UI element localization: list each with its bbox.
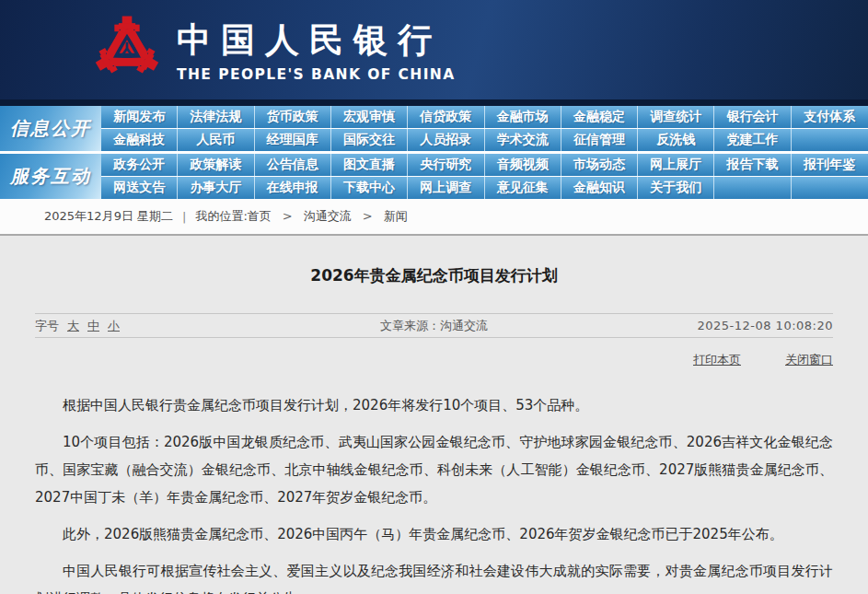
nav-item[interactable]: 在线申报 (255, 177, 331, 199)
nav-row: 政务公开政策解读公告信息图文直播央行研究音频视频市场动态网上展厅报告下载报刊年鉴 (101, 154, 868, 176)
breadcrumb: 2025年12月9日 星期二 | 我的位置:首页 >沟通交流>新闻 (0, 199, 868, 236)
nav-item[interactable]: 金融知识 (561, 177, 638, 199)
article-paragraph: 根据中国人民银行贵金属纪念币项目发行计划，2026年将发行10个项目、53个品种… (35, 391, 833, 419)
nav-item[interactable]: 反洗钱 (638, 129, 714, 151)
bank-name-cn: 中国人民银行 (177, 17, 456, 64)
pboc-logo-icon (92, 14, 162, 86)
breadcrumb-separator: > (283, 209, 293, 223)
nav-row: 新闻发布法律法规货币政策宏观审慎信贷政策金融市场金融稳定调查统计银行会计支付体系 (101, 106, 868, 128)
close-window-link[interactable]: 关闭窗口 (785, 352, 833, 368)
nav-item[interactable]: 关于我们 (638, 177, 714, 199)
nav-item[interactable]: 办事大厅 (178, 177, 254, 199)
nav-item[interactable]: 金融科技 (101, 129, 178, 151)
bank-name-en: THE PEOPLE'S BANK OF CHINA (177, 66, 456, 83)
nav-item[interactable]: 党建工作 (714, 129, 791, 151)
nav-item[interactable]: 意见征集 (485, 177, 561, 199)
nav-top-strip (0, 99, 868, 106)
font-size-option[interactable]: 大 (67, 319, 79, 332)
font-size-option[interactable]: 中 (87, 319, 99, 332)
nav-item[interactable]: 信贷政策 (408, 106, 484, 128)
nav-item[interactable]: 学术交流 (485, 129, 561, 151)
nav-item[interactable]: 音频视频 (485, 154, 561, 176)
nav-item[interactable]: 报刊年鉴 (792, 154, 868, 176)
article-paragraph: 10个项目包括：2026版中国龙银质纪念币、武夷山国家公园金银纪念币、守护地球家… (35, 428, 833, 511)
font-size-option[interactable]: 小 (108, 319, 120, 332)
article-paragraph: 中国人民银行可根据宣传社会主义、爱国主义以及纪念我国经济和社会建设伟大成就的实际… (35, 557, 833, 594)
nav-row: 金融科技人民币经理国库国际交往人员招录学术交流征信管理反洗钱党建工作 (101, 129, 868, 151)
breadcrumb-link[interactable]: 新闻 (384, 209, 408, 223)
article-paragraph: 此外，2026版熊猫贵金属纪念币、2026中国丙午（马）年贵金属纪念币、2026… (35, 520, 833, 548)
article-timestamp: 2025-12-08 10:08:20 (575, 319, 833, 332)
nav-item[interactable]: 政策解读 (178, 154, 254, 176)
page-title: 2026年贵金属纪念币项目发行计划 (35, 236, 833, 286)
nav-item[interactable]: 网上调查 (408, 177, 484, 199)
nav-item[interactable]: 公告信息 (255, 154, 331, 176)
nav-section-info-disclosure[interactable]: 信息公开 (0, 106, 101, 151)
nav-item[interactable]: 金融市场 (485, 106, 561, 128)
nav-cell-empty (714, 177, 791, 199)
nav-item[interactable]: 市场动态 (561, 154, 638, 176)
nav-item[interactable]: 人民币 (178, 129, 254, 151)
nav-cell-empty (792, 177, 868, 199)
nav-item[interactable]: 新闻发布 (101, 106, 178, 128)
nav-item[interactable]: 下载中心 (331, 177, 408, 199)
article-actions: 打印本页 关闭窗口 (35, 352, 833, 368)
print-page-link[interactable]: 打印本页 (693, 352, 741, 368)
nav-item[interactable]: 法律法规 (178, 106, 254, 128)
nav-item[interactable]: 央行研究 (408, 154, 484, 176)
nav-item[interactable]: 国际交往 (331, 129, 408, 151)
nav-item[interactable]: 图文直播 (331, 154, 408, 176)
nav-section-labels: 信息公开 服务互动 (0, 106, 101, 199)
site-header: 中国人民银行 THE PEOPLE'S BANK OF CHINA (0, 0, 868, 99)
nav-item[interactable]: 经理国库 (255, 129, 331, 151)
nav-item[interactable]: 金融稳定 (561, 106, 638, 128)
nav-menu-grid: 新闻发布法律法规货币政策宏观审慎信贷政策金融市场金融稳定调查统计银行会计支付体系… (101, 106, 868, 199)
nav-item[interactable]: 网上展厅 (638, 154, 714, 176)
breadcrumb-path: >沟通交流>新闻 (272, 208, 408, 225)
main-nav: 信息公开 服务互动 新闻发布法律法规货币政策宏观审慎信贷政策金融市场金融稳定调查… (0, 106, 868, 199)
breadcrumb-home-link[interactable]: 首页 (248, 208, 272, 225)
nav-item[interactable]: 政务公开 (101, 154, 178, 176)
nav-item[interactable]: 支付体系 (792, 106, 868, 128)
nav-row: 网送文告办事大厅在线申报下载中心网上调查意见征集金融知识关于我们 (101, 177, 868, 199)
nav-item[interactable]: 银行会计 (714, 106, 791, 128)
bank-name-block: 中国人民银行 THE PEOPLE'S BANK OF CHINA (177, 17, 456, 83)
nav-item[interactable]: 宏观审慎 (331, 106, 408, 128)
nav-item[interactable]: 网送文告 (101, 177, 178, 199)
article-content-area: 2026年贵金属纪念币项目发行计划 字号 大中小 文章来源：沟通交流 2025-… (0, 236, 868, 594)
nav-section-service-interaction[interactable]: 服务互动 (0, 154, 101, 199)
font-size-label: 字号 (35, 318, 59, 334)
font-size-links: 大中小 (67, 318, 128, 334)
nav-item[interactable]: 人员招录 (408, 129, 484, 151)
nav-item[interactable]: 货币政策 (255, 106, 331, 128)
nav-cell-empty (792, 129, 868, 151)
article-source: 文章来源：沟通交流 (293, 318, 575, 334)
breadcrumb-link[interactable]: 沟通交流 (304, 209, 352, 223)
breadcrumb-divider: | (182, 210, 186, 224)
breadcrumb-separator: > (363, 209, 373, 223)
bank-logo-block (92, 14, 162, 86)
font-size-controls: 字号 大中小 (35, 318, 293, 334)
nav-item[interactable]: 征信管理 (561, 129, 638, 151)
location-label: 我的位置: (195, 208, 247, 225)
nav-item[interactable]: 调查统计 (638, 106, 714, 128)
nav-item[interactable]: 报告下载 (714, 154, 791, 176)
current-date: 2025年12月9日 星期二 (44, 208, 173, 225)
article-body: 根据中国人民银行贵金属纪念币项目发行计划，2026年将发行10个项目、53个品种… (35, 391, 833, 594)
article-meta-row: 字号 大中小 文章来源：沟通交流 2025-12-08 10:08:20 (35, 313, 833, 338)
